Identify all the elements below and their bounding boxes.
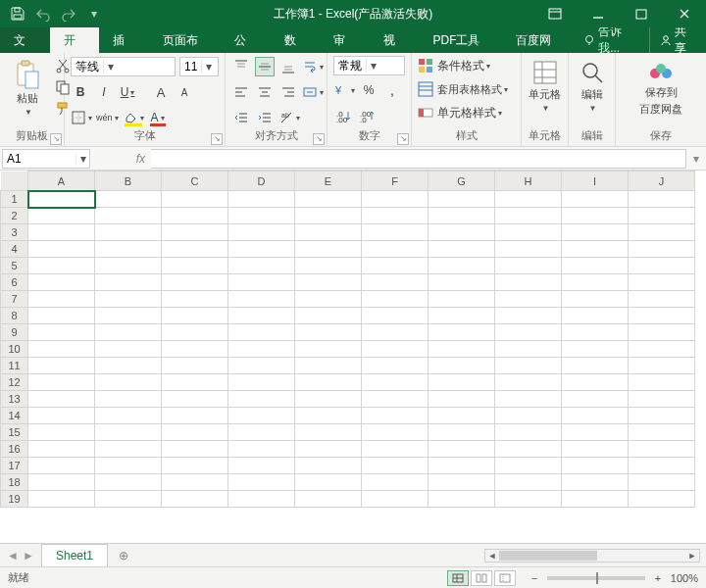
cell[interactable] [28,424,95,441]
cell[interactable] [562,291,629,308]
cells-menu-button[interactable]: 单元格▼ [524,56,567,121]
format-painter-icon[interactable] [53,99,73,119]
cell[interactable] [362,208,429,224]
cell[interactable] [562,424,629,441]
zoom-slider[interactable] [547,576,645,580]
fill-color-button[interactable]: ▾ [123,108,144,127]
tab-data[interactable]: 数据 [271,27,321,53]
cell[interactable] [495,241,562,258]
cell[interactable] [629,274,695,291]
cell[interactable] [629,224,695,241]
cell[interactable] [95,474,162,491]
cell[interactable] [495,491,562,508]
align-top-icon[interactable] [231,57,251,76]
cell[interactable] [562,208,629,224]
cell[interactable] [429,241,495,258]
cell[interactable] [95,358,162,374]
cell[interactable] [162,458,228,474]
align-left-icon[interactable] [231,82,251,102]
cell[interactable] [295,474,362,491]
cell[interactable] [429,341,495,358]
cell[interactable] [495,308,562,324]
cell[interactable] [629,291,695,308]
minimize-icon[interactable] [577,0,620,27]
cell[interactable] [362,374,429,391]
cell[interactable] [95,258,162,274]
cell[interactable] [495,358,562,374]
cell[interactable] [562,374,629,391]
cell[interactable] [295,358,362,374]
format-as-table-button[interactable]: 套用表格格式▾ [418,79,515,99]
column-header[interactable]: J [629,172,695,191]
cell[interactable] [228,324,295,341]
cell[interactable] [162,441,228,458]
tab-pdf-tools[interactable]: PDF工具集 [419,27,502,53]
cell[interactable] [228,341,295,358]
cell[interactable] [28,458,95,474]
fx-icon[interactable]: fx [136,152,145,166]
save-icon[interactable] [6,2,29,25]
cell[interactable] [28,491,95,508]
tab-formulas[interactable]: 公式 [221,27,271,53]
name-box[interactable]: A1▾ [2,149,90,169]
row-header[interactable]: 11 [1,358,28,374]
cell[interactable] [162,291,228,308]
cell[interactable] [429,224,495,241]
cell[interactable] [295,458,362,474]
cell[interactable] [28,274,95,291]
cell[interactable] [362,424,429,441]
cell[interactable] [629,324,695,341]
cell[interactable] [95,374,162,391]
bold-button[interactable]: B [71,82,90,102]
cell[interactable] [629,258,695,274]
cell[interactable] [28,224,95,241]
sheet-tab-active[interactable]: Sheet1 [41,544,108,567]
cell[interactable] [228,191,295,208]
cell[interactable] [562,258,629,274]
font-size-select[interactable]: 11▾ [179,57,219,76]
cell[interactable] [495,191,562,208]
cell[interactable] [162,358,228,374]
orientation-icon[interactable]: ab▾ [278,108,300,127]
cell[interactable] [495,424,562,441]
cell[interactable] [162,191,228,208]
cell[interactable] [228,274,295,291]
column-header[interactable]: G [429,172,495,191]
row-header[interactable]: 2 [1,208,28,224]
cell[interactable] [429,208,495,224]
cell[interactable] [28,324,95,341]
cell[interactable] [162,274,228,291]
cell[interactable] [629,341,695,358]
cell[interactable] [362,274,429,291]
cell[interactable] [362,291,429,308]
cell[interactable] [162,258,228,274]
cell[interactable] [429,408,495,424]
cell[interactable] [629,241,695,258]
cell[interactable] [162,474,228,491]
cell[interactable] [95,208,162,224]
cell[interactable] [429,424,495,441]
cell-styles-button[interactable]: 单元格样式▾ [418,103,515,122]
zoom-out-button[interactable]: − [528,572,541,584]
cell[interactable] [495,208,562,224]
cell[interactable] [362,191,429,208]
cell[interactable] [295,391,362,408]
tab-home[interactable]: 开始 [50,27,100,53]
find-select-button[interactable]: 编辑▼ [571,56,614,121]
font-color-button[interactable]: A▾ [148,108,168,127]
italic-button[interactable]: I [94,82,114,102]
cell[interactable] [28,291,95,308]
cell[interactable] [295,374,362,391]
cell[interactable] [362,324,429,341]
border-button[interactable]: ▾ [71,108,92,127]
decrease-decimal-icon[interactable]: .00.0 [357,106,377,125]
increase-indent-icon[interactable] [255,108,275,127]
cell[interactable] [495,291,562,308]
cell[interactable] [28,241,95,258]
zoom-level[interactable]: 100% [671,572,698,584]
row-header[interactable]: 15 [1,424,28,441]
cell[interactable] [295,491,362,508]
cell[interactable] [362,241,429,258]
cell[interactable] [28,208,95,224]
cell[interactable] [562,224,629,241]
